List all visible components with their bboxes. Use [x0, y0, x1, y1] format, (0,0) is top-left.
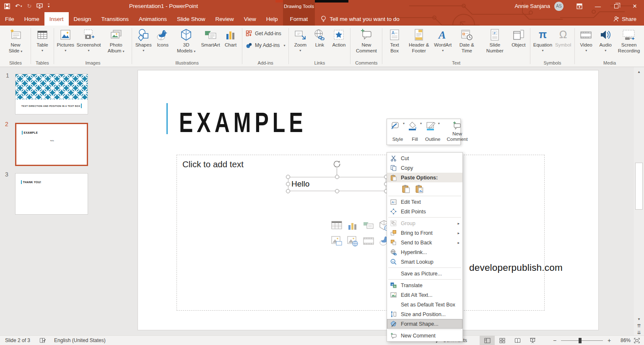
customize-qat-button[interactable]: ▾ — [48, 4, 49, 8]
save-button[interactable] — [4, 3, 10, 9]
insert-chart-icon[interactable] — [347, 220, 358, 231]
tab-view[interactable]: View — [239, 12, 261, 26]
menu-item-smart-lookup[interactable]: Smart Lookup — [387, 257, 462, 267]
pictures-button[interactable]: Pictures▾ — [56, 26, 75, 53]
slide-title[interactable]: EXAMPLE — [179, 106, 307, 139]
zoom-slider[interactable] — [561, 340, 603, 341]
icons-button[interactable]: Icons — [153, 26, 172, 49]
mini-new-comment-button[interactable]: New Comment — [445, 121, 469, 143]
my-add-ins-button[interactable]: My Add-ins ▾ — [246, 42, 285, 49]
menu-item-new-comment[interactable]: New Comment — [387, 331, 462, 340]
wordart-button[interactable]: A WordArt▾ — [433, 26, 453, 53]
tab-design[interactable]: Design — [69, 12, 96, 26]
symbol-button[interactable]: Ω Symbol — [553, 26, 573, 49]
menu-item-save-as-picture[interactable]: Save as Picture... — [387, 269, 462, 278]
menu-item-bring-to-front[interactable]: Bring to Front ▸ — [387, 228, 462, 238]
slide-thumbnail-3[interactable]: THANK YOU! — [15, 173, 88, 215]
tab-home[interactable]: Home — [19, 12, 44, 26]
photo-album-button[interactable]: Photo Album▾ — [102, 26, 130, 55]
avatar[interactable]: AS — [554, 2, 564, 11]
menu-item-edit-alt-text[interactable]: Edit Alt Text... — [387, 290, 462, 300]
reading-view-button[interactable] — [510, 336, 525, 345]
tab-review[interactable]: Review — [210, 12, 239, 26]
menu-item-cut[interactable]: Cut — [387, 153, 462, 163]
slide-indicator[interactable]: Slide 2 of 3 — [5, 337, 30, 343]
slide-sorter-view-button[interactable] — [495, 336, 510, 345]
equation-button[interactable]: π Equation▾ — [532, 26, 553, 53]
menu-item-size-and-position[interactable]: Size and Position... — [387, 309, 462, 319]
tab-insert[interactable]: Insert — [44, 12, 69, 26]
user-name[interactable]: Annie Sanjana — [514, 3, 550, 9]
resize-handle-top-left[interactable] — [286, 175, 290, 179]
slide-editing-area[interactable]: EXAMPLE Click to add text Hello develope… — [138, 70, 599, 330]
paste-picture-button[interactable] — [414, 184, 424, 194]
scrollbar-thumb[interactable] — [635, 163, 643, 210]
get-add-ins-button[interactable]: Get Add-ins — [246, 30, 285, 37]
slide-thumbnail-2[interactable]: EXAMPLE Hello — [15, 123, 88, 166]
tab-format[interactable]: Format — [290, 16, 308, 22]
tab-transitions[interactable]: Transitions — [96, 12, 134, 26]
zoom-slider-thumb[interactable] — [579, 338, 582, 343]
menu-item-translate[interactable]: aA Translate — [387, 280, 462, 290]
insert-video-icon[interactable] — [363, 236, 374, 246]
outline-button[interactable]: ▾ Outline — [423, 121, 442, 143]
slide-show-button[interactable] — [525, 336, 540, 345]
menu-item-copy[interactable]: Copy — [387, 163, 462, 173]
paste-keep-source-button[interactable] — [401, 184, 411, 194]
shapes-button[interactable]: Shapes▾ — [134, 26, 153, 53]
tab-file[interactable]: File — [0, 12, 19, 26]
video-button[interactable]: Video▾ — [576, 26, 596, 53]
menu-item-format-shape[interactable]: Format Shape... — [387, 319, 462, 329]
scroll-up-button[interactable]: ▲ — [634, 68, 644, 75]
restore-button[interactable] — [607, 0, 626, 12]
slide-thumbnail-1[interactable]: TEXT DIRECTION AND POSITION IN A TEXT BO… — [15, 74, 88, 114]
new-slide-button[interactable]: New Slide▾ — [2, 26, 29, 55]
language-indicator[interactable]: English (United States) — [54, 337, 106, 343]
smartart-button[interactable]: SmartArt — [200, 26, 221, 49]
resize-handle-bottom-left[interactable] — [286, 189, 290, 193]
slide-number-button[interactable]: # Slide Number — [481, 26, 509, 55]
menu-item-group[interactable]: Group ▸ — [387, 218, 462, 228]
ribbon-display-options-button[interactable] — [570, 0, 589, 12]
undo-button[interactable]: ↶▾ — [15, 3, 22, 9]
tab-help[interactable]: Help — [261, 12, 283, 26]
insert-table-icon[interactable] — [331, 220, 342, 231]
link-button[interactable]: Link — [310, 26, 329, 49]
spell-check-button[interactable] — [39, 337, 46, 343]
tab-animations[interactable]: Animations — [134, 12, 172, 26]
resize-handle-top-center[interactable] — [335, 175, 339, 179]
menu-item-set-default-text-box[interactable]: Set as Default Text Box — [387, 300, 462, 309]
insert-online-pictures-icon[interactable] — [347, 236, 358, 246]
audio-button[interactable]: Audio▾ — [596, 26, 615, 53]
menu-item-edit-text[interactable]: A Edit Text — [387, 197, 462, 207]
date-time-button[interactable]: Date & Time — [453, 26, 481, 55]
fill-button[interactable]: ▾ Fill — [406, 121, 423, 143]
rotate-handle[interactable] — [333, 160, 341, 168]
screenshot-button[interactable]: Screenshot▾ — [75, 26, 102, 53]
zoom-button[interactable]: Zoom▾ — [291, 26, 310, 53]
start-from-beginning-button[interactable] — [36, 3, 43, 9]
zoom-level[interactable]: 86% — [614, 337, 631, 343]
zoom-in-button[interactable]: + — [605, 337, 614, 344]
object-button[interactable]: Object — [509, 26, 528, 49]
close-button[interactable]: × — [626, 0, 644, 12]
fit-slide-button[interactable] — [634, 338, 640, 343]
action-button[interactable]: Action — [329, 26, 348, 49]
tell-me-box[interactable]: Tell me what you want to do — [321, 12, 400, 26]
header-footer-button[interactable]: Header & Footer — [405, 26, 433, 55]
insert-smartart-icon[interactable] — [363, 220, 374, 231]
menu-item-edit-points[interactable]: Edit Points — [387, 207, 462, 216]
minimize-button[interactable]: — — [589, 0, 607, 12]
resize-handle-middle-left[interactable] — [286, 182, 290, 186]
table-button[interactable]: Table▾ — [33, 26, 52, 53]
style-button[interactable]: ▾ Style — [389, 121, 406, 143]
redo-button[interactable]: ↻ — [27, 3, 31, 9]
tab-slide-show[interactable]: Slide Show — [172, 12, 210, 26]
normal-view-button[interactable] — [480, 336, 495, 345]
share-button[interactable]: Share — [613, 12, 644, 26]
menu-item-send-to-back[interactable]: Send to Back ▸ — [387, 238, 462, 247]
screen-recording-button[interactable]: Screen Recording — [615, 26, 643, 55]
chart-button[interactable]: Chart — [221, 26, 240, 49]
zoom-out-button[interactable]: − — [550, 337, 559, 344]
text-box-button[interactable]: A Text Box — [384, 26, 405, 55]
